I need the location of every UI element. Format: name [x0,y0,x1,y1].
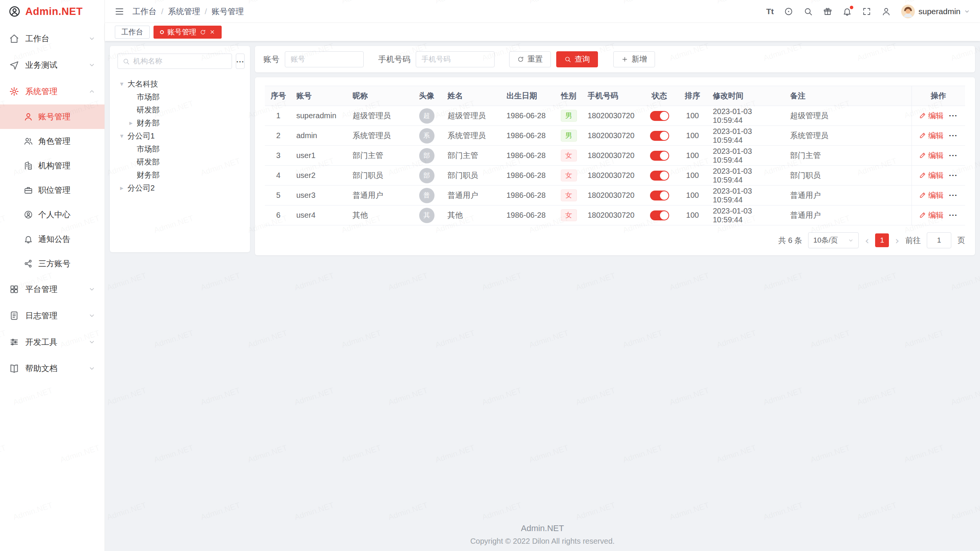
tree-node-label: 分公司2 [127,183,155,193]
status-toggle[interactable] [650,191,669,201]
status-toggle[interactable] [650,210,669,220]
page-number-button[interactable]: 1 [875,233,889,247]
row-more-button[interactable]: ··· [949,151,958,160]
sidebar-item-label: 日志管理 [25,310,57,321]
sidebar-item-platform-management[interactable]: 平台管理 [0,276,105,302]
tree-node[interactable]: 分公司1 [118,129,242,142]
tree-node[interactable]: 财务部 [118,116,242,129]
edit-label: 编辑 [928,170,944,181]
user-menu[interactable]: superadmin [901,5,970,18]
gift-icon[interactable] [823,7,832,16]
sidebar-item-help-docs[interactable]: 帮助文档 [0,355,105,381]
sidebar-item-org-management[interactable]: 机构管理 [0,153,105,178]
logo[interactable]: Admin.NET [0,0,105,23]
tree-node-label: 研发部 [137,105,160,115]
edit-pencil-icon [919,152,926,159]
edit-button[interactable]: 编辑 [919,130,944,141]
footer-copyright: Copyright © 2022 Dilon All rights reserv… [105,537,980,546]
status-toggle[interactable] [650,111,669,121]
sidebar-item-notice[interactable]: 通知公告 [0,227,105,251]
sidebar-item-business-test[interactable]: 业务测试 [0,52,105,78]
sidebar-item-log-management[interactable]: 日志管理 [0,302,105,329]
breadcrumb-item[interactable]: 工作台 [132,6,157,17]
sidebar-item-personal-center[interactable]: 个人中心 [0,202,105,227]
refresh-icon[interactable] [200,29,206,35]
row-more-button[interactable]: ··· [949,191,958,200]
cell-avatar: 系 [410,126,443,146]
font-size-icon[interactable]: Tt [766,7,774,16]
cell-gender: 女 [554,146,583,166]
sidebar-item-thirdparty-account[interactable]: 三方账号 [0,251,105,276]
row-more-button[interactable]: ··· [949,171,958,180]
grid-icon [9,284,19,294]
sidebar-item-dev-tools[interactable]: 开发工具 [0,329,105,355]
tree-node[interactable]: 财务部 [118,168,242,181]
cell-birthdate: 1986-06-28 [502,126,554,146]
status-toggle[interactable] [650,151,669,161]
fullscreen-icon[interactable] [862,7,871,16]
cell-name: 系统管理员 [443,126,502,146]
row-more-button[interactable]: ··· [949,211,958,220]
edit-button[interactable]: 编辑 [919,190,944,201]
org-search-box [118,54,232,69]
search-icon[interactable] [804,7,813,16]
org-search-input[interactable] [133,57,227,65]
tab-workbench[interactable]: 工作台 [115,26,150,39]
account-input[interactable] [285,51,364,67]
edit-button[interactable]: 编辑 [919,150,944,161]
phone-input[interactable] [416,51,495,67]
next-page-button[interactable]: › [895,235,899,246]
theme-icon[interactable] [784,7,793,16]
cell-modified-time: 2023-01-03 10:59:44 [708,166,786,186]
cell-nickname: 超级管理员 [348,106,410,126]
tree-node[interactable]: 市场部 [118,142,242,155]
home-icon [9,34,19,44]
tree-node[interactable]: 市场部 [118,90,242,103]
column-header: 出生日期 [502,86,554,106]
row-more-button[interactable]: ··· [949,111,958,120]
reset-label: 重置 [528,54,543,64]
page-size-select[interactable]: 10条/页 [808,232,859,248]
prev-page-button[interactable]: ‹ [865,235,869,246]
hamburger-menu-icon[interactable] [115,7,124,16]
org-more-button[interactable]: ··· [236,54,245,69]
column-header: 序号 [265,86,292,106]
tree-node[interactable]: 大名科技 [118,77,242,90]
sidebar-item-workbench[interactable]: 工作台 [0,25,105,52]
tab-account-management[interactable]: 账号管理 [154,26,222,39]
edit-button[interactable]: 编辑 [919,111,944,121]
cell-no: 4 [265,166,292,186]
sidebar-item-account-management[interactable]: 账号管理 [0,104,105,129]
row-more-button[interactable]: ··· [949,131,958,140]
sidebar-item-system-management[interactable]: 系统管理 [0,78,105,104]
edit-button[interactable]: 编辑 [919,210,944,220]
add-button[interactable]: 新增 [613,51,655,67]
breadcrumb-item[interactable]: 系统管理 [168,6,200,17]
search-button[interactable]: 查询 [556,51,598,67]
goto-page-input[interactable] [927,232,951,248]
edit-label: 编辑 [928,130,944,141]
cell-phone: 18020030720 [583,126,642,146]
toggle-knob [660,112,668,120]
tree-node[interactable]: 研发部 [118,103,242,116]
sidebar-item-role-management[interactable]: 角色管理 [0,129,105,153]
notification-bell-icon[interactable] [843,7,852,16]
status-toggle[interactable] [650,171,669,181]
tree-node[interactable]: 研发部 [118,155,242,168]
user-circle-icon [24,210,33,219]
cell-modified-time: 2023-01-03 10:59:44 [708,126,786,146]
sidebar-item-position-management[interactable]: 职位管理 [0,178,105,202]
edit-button[interactable]: 编辑 [919,170,944,181]
profile-icon[interactable] [882,7,891,16]
table-row: 3 user1 部门主管 部 部门主管 1986-06-28 [265,146,965,166]
gender-badge: 女 [561,189,577,202]
tree-node[interactable]: 分公司2 [118,181,242,194]
cell-avatar: 部 [410,146,443,166]
close-icon[interactable] [209,29,215,35]
chevron-down-icon [88,286,95,293]
reset-button[interactable]: 重置 [509,51,551,67]
status-toggle[interactable] [650,131,669,141]
tab-bar: 工作台 账号管理 [105,23,980,41]
gender-badge: 女 [561,209,577,222]
toggle-knob [660,171,668,180]
